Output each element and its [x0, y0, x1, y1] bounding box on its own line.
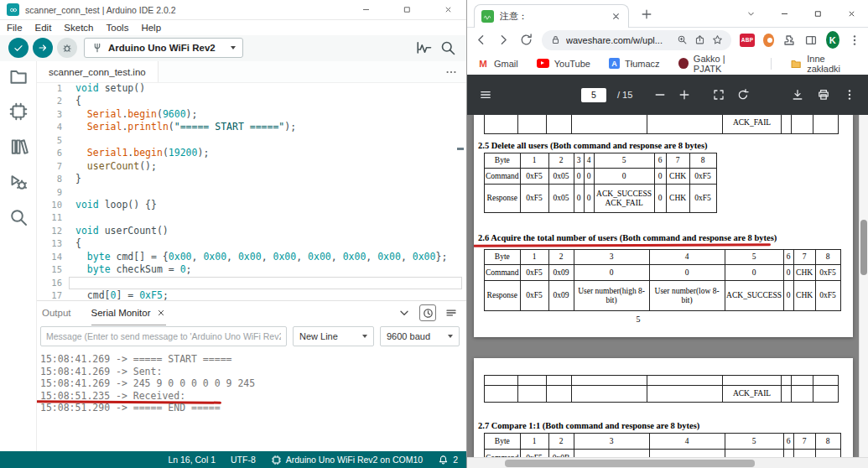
refresh-button[interactable] [519, 33, 533, 47]
menu-tools[interactable]: Tools [107, 23, 129, 33]
browser-minimize-button[interactable] [767, 0, 801, 27]
zoom-icon[interactable] [677, 34, 688, 45]
serial-message-input[interactable] [40, 326, 287, 346]
pdf-cell: Byte [485, 250, 521, 265]
code-line[interactable]: 13{ [37, 237, 466, 250]
bookmark-translate[interactable]: ATłumacz [609, 58, 660, 69]
line-ending-dropdown[interactable]: New Line [293, 326, 374, 346]
clear-output-icon[interactable] [444, 306, 458, 320]
bookmark-gmail[interactable]: MGmail [477, 58, 518, 70]
browser-close-button[interactable] [834, 0, 868, 27]
tab-output[interactable]: Output [42, 301, 71, 325]
serial-plotter-icon[interactable] [416, 39, 433, 56]
vertical-scrollbar[interactable] [859, 115, 868, 457]
upload-button[interactable] [33, 38, 53, 58]
close-button[interactable] [444, 5, 453, 14]
code-line[interactable]: 5 [37, 134, 466, 147]
tab-search-icon[interactable] [734, 0, 767, 27]
code-line[interactable]: 3 Serial.begin(9600); [37, 108, 466, 121]
close-tab-icon[interactable] [611, 11, 621, 22]
youtube-icon [537, 59, 549, 68]
line-number: 2 [37, 95, 62, 107]
new-tab-button[interactable] [640, 8, 653, 21]
code-line[interactable]: 4 Serial.println("===== START ====="); [37, 121, 466, 133]
download-icon[interactable] [791, 88, 804, 101]
pdf-cell: 4 [649, 250, 725, 265]
other-bookmarks[interactable]: Inne zakładki [790, 54, 858, 74]
code-line[interactable]: 11 [37, 211, 466, 224]
close-serial-monitor-icon[interactable] [156, 308, 166, 318]
extensions-puzzle-icon[interactable] [782, 34, 796, 47]
minimize-button[interactable] [361, 5, 371, 14]
side-panel-icon[interactable] [804, 34, 818, 47]
timestamp-toggle-icon[interactable] [419, 304, 436, 321]
board-selector-dropdown[interactable]: Arduino Uno WiFi Rev2 [84, 38, 243, 58]
bookmark-star-icon[interactable] [712, 34, 723, 45]
zoom-out-icon[interactable] [653, 88, 667, 101]
code-line[interactable]: 8} [37, 173, 466, 185]
menu-edit[interactable]: Edit [35, 23, 52, 33]
code-line[interactable]: 2{ [37, 95, 466, 107]
code-line[interactable]: 12void userCount() [37, 225, 466, 237]
editor-more-actions-icon[interactable] [444, 65, 458, 79]
sidebar-item-boards-manager[interactable] [8, 101, 29, 122]
sidebar-item-search[interactable] [8, 207, 29, 227]
sidebar-item-sketchbook[interactable] [8, 66, 29, 86]
horizontal-scrollbar-thumb[interactable] [505, 460, 755, 467]
page-number-input[interactable]: 5 [581, 88, 606, 102]
code-line[interactable]: 10void loop() {} [37, 199, 466, 211]
share-icon[interactable] [694, 34, 705, 45]
code-line[interactable]: 1void setup() [37, 82, 466, 95]
menu-sketch[interactable]: Sketch [64, 23, 93, 33]
browser-maximize-button[interactable] [801, 0, 834, 27]
serial-monitor-log[interactable]: 15:08:41.269 -> ===== START =====15:08:4… [37, 350, 466, 451]
line-number: 12 [37, 225, 62, 237]
notifications-button[interactable]: 2 [438, 455, 458, 465]
code-line[interactable]: 6 Serial1.begin(19200); [37, 147, 466, 159]
code-line[interactable]: 17 cmd[0] = 0xF5; [37, 289, 466, 300]
fit-page-icon[interactable] [712, 88, 725, 101]
code-editor[interactable]: 1void setup()2{3 Serial.begin(9600);4 Se… [37, 82, 466, 300]
bookmark-youtube[interactable]: YouTube [537, 59, 590, 69]
menu-file[interactable]: File [7, 23, 23, 33]
debug-button[interactable] [57, 38, 77, 58]
pdf-cell [485, 386, 518, 403]
extension-icon[interactable] [763, 34, 774, 47]
rotate-icon[interactable] [736, 88, 750, 101]
back-button[interactable] [474, 33, 488, 47]
pdf-cell: Command [485, 169, 521, 185]
pdf-viewport[interactable]: ACK_FAIL2.5 Delete all users (Both comma… [467, 115, 868, 457]
pdf-menu-icon[interactable] [479, 88, 492, 101]
collapse-panel-icon[interactable] [398, 306, 411, 320]
sidebar-item-library-manager[interactable] [8, 137, 29, 157]
pdf-more-icon[interactable] [843, 88, 856, 101]
bookmark-gakko[interactable]: Gakko | PJATK [678, 54, 753, 74]
browser-menu-icon[interactable] [848, 34, 861, 47]
horizontal-scrollbar[interactable] [467, 457, 868, 468]
code-line[interactable]: 15 byte checkSum = 0; [37, 263, 466, 276]
code-line[interactable]: 7 userCount(); [37, 160, 466, 173]
browser-tab[interactable]: 注意： [474, 4, 629, 28]
serial-monitor-icon[interactable] [439, 39, 456, 56]
pdf-cell: 2 [548, 434, 574, 450]
clipped-table: ACK_FAIL [474, 115, 853, 134]
adblock-extension-icon[interactable]: ABP [740, 34, 755, 47]
vertical-scrollbar-thumb[interactable] [860, 220, 867, 275]
tab-serial-monitor[interactable]: Serial Monitor [91, 301, 167, 325]
pdf-cell: CHK [666, 185, 689, 213]
zoom-in-icon[interactable] [678, 88, 691, 101]
code-line[interactable]: 16 [37, 277, 466, 289]
tab-scanner-conn-test[interactable]: scanner_conn_test.ino [37, 61, 159, 82]
menu-help[interactable]: Help [141, 23, 161, 33]
sidebar-item-debugger[interactable] [8, 172, 29, 192]
print-icon[interactable] [817, 88, 830, 101]
verify-button[interactable] [8, 38, 29, 58]
maximize-button[interactable] [403, 5, 412, 14]
baud-rate-dropdown[interactable]: 9600 baud [380, 326, 460, 346]
profile-avatar[interactable]: K [826, 31, 839, 49]
code-line[interactable]: 9 [37, 186, 466, 199]
address-bar[interactable]: waveshare.com/w/upl... [542, 30, 731, 50]
pdf-cell: 0x0B [548, 450, 574, 458]
forward-button[interactable] [496, 33, 511, 47]
code-line[interactable]: 14 byte cmd[] = {0x00, 0x00, 0x00, 0x00,… [37, 251, 466, 263]
